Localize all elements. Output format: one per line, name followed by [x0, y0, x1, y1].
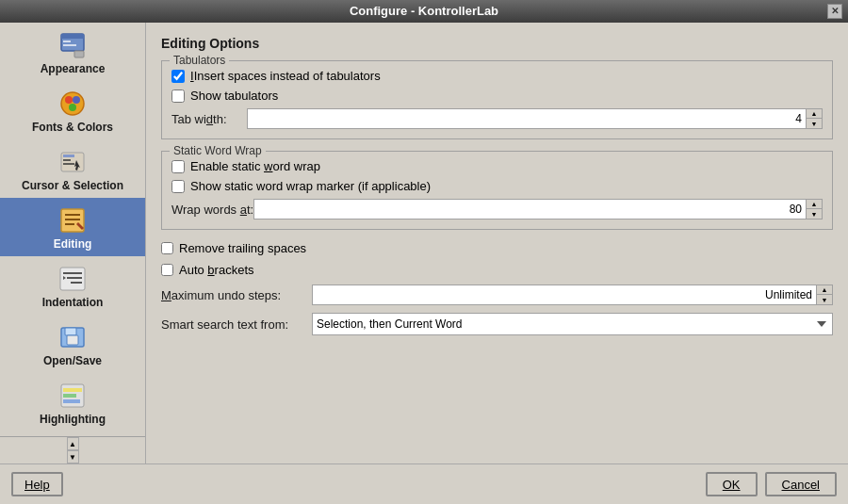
- sidebar-item-cursor-selection-label: Cursor & Selection: [22, 179, 123, 192]
- sidebar-item-editing-label: Editing: [54, 237, 92, 251]
- smart-search-label: Smart search text from:: [161, 317, 312, 332]
- sidebar-item-appearance[interactable]: Appearance: [0, 23, 145, 81]
- tab-width-input[interactable]: [248, 109, 806, 128]
- show-marker-checkbox[interactable]: [171, 180, 185, 193]
- auto-brackets-checkbox[interactable]: [161, 264, 173, 276]
- content-area: Editing Options Tabulators IInsert space…: [146, 23, 848, 463]
- wrap-words-up-button[interactable]: ▲: [807, 200, 822, 209]
- show-marker-label: Show static word wrap marker (if applica…: [190, 179, 431, 193]
- smart-search-row: Smart search text from: Selection, then …: [161, 313, 833, 335]
- tab-width-spinbox: ▲ ▼: [247, 108, 823, 129]
- static-word-wrap-title: Static Word Wrap: [170, 144, 266, 157]
- wrap-words-down-button[interactable]: ▼: [807, 209, 822, 219]
- wrap-words-input[interactable]: [254, 200, 806, 219]
- bottom-bar: Help OK Cancel: [0, 463, 848, 504]
- open-save-icon: [57, 322, 88, 352]
- max-undo-up-button[interactable]: ▲: [817, 285, 832, 295]
- sidebar-item-appearance-label: Appearance: [41, 62, 106, 75]
- max-undo-down-button[interactable]: ▼: [817, 295, 832, 304]
- sidebar-scroll[interactable]: Appearance Fonts & Colors: [0, 23, 145, 436]
- dialog-body: Appearance Fonts & Colors: [0, 23, 848, 463]
- sidebar-item-fonts-colors-label: Fonts & Colors: [32, 121, 113, 134]
- sidebar-item-fonts-colors[interactable]: Fonts & Colors: [0, 81, 145, 139]
- insert-spaces-checkbox[interactable]: [171, 70, 185, 83]
- svg-rect-29: [63, 394, 76, 398]
- titlebar: Configure - KontrollerLab ✕: [0, 0, 848, 23]
- sidebar-item-open-save-label: Open/Save: [43, 354, 102, 367]
- insert-spaces-row: IInsert spaces instead of tabulators: [171, 69, 823, 83]
- tab-width-label: Tab width:: [171, 112, 247, 126]
- wrap-words-row: Wrap words at: ▲ ▼: [171, 199, 823, 219]
- auto-brackets-row: Auto brackets: [161, 263, 833, 277]
- tabulators-group: Tabulators IInsert spaces instead of tab…: [161, 60, 833, 139]
- svg-rect-10: [63, 154, 74, 157]
- remove-trailing-row: Remove trailing spaces: [161, 241, 833, 255]
- tab-width-spinbox-buttons: ▲ ▼: [806, 109, 822, 128]
- sidebar-item-indentation[interactable]: Indentation: [0, 256, 145, 315]
- remove-trailing-label: Remove trailing spaces: [179, 241, 306, 255]
- appearance-icon: [57, 30, 88, 60]
- enable-word-wrap-checkbox[interactable]: [171, 160, 185, 173]
- max-undo-label: Maximum undo steps:: [161, 288, 312, 302]
- svg-rect-28: [63, 388, 82, 392]
- max-undo-row: Maximum undo steps: ▲ ▼: [161, 285, 833, 305]
- sidebar: Appearance Fonts & Colors: [0, 23, 146, 463]
- enable-word-wrap-label: Enable static word wrap: [190, 159, 320, 173]
- tab-width-down-button[interactable]: ▼: [807, 119, 822, 128]
- cursor-selection-icon: [57, 147, 88, 177]
- svg-rect-3: [63, 44, 76, 46]
- tab-width-up-button[interactable]: ▲: [807, 109, 822, 119]
- sidebar-scroll-up[interactable]: ▲: [67, 437, 79, 450]
- sidebar-item-cursor-selection[interactable]: Cursor & Selection: [0, 139, 145, 198]
- sidebar-item-indentation-label: Indentation: [42, 296, 104, 309]
- sidebar-item-highlighting[interactable]: Highlighting: [0, 373, 145, 431]
- dialog: Appearance Fonts & Colors: [0, 23, 848, 504]
- ok-button[interactable]: OK: [706, 472, 758, 496]
- show-tabulators-checkbox[interactable]: [171, 89, 185, 103]
- highlighting-icon: [57, 381, 88, 411]
- indentation-icon: [57, 264, 88, 294]
- editing-icon: [57, 205, 88, 236]
- help-button[interactable]: Help: [11, 472, 63, 496]
- show-tabulators-label: Show tabulators: [190, 89, 278, 103]
- svg-rect-30: [63, 399, 80, 403]
- svg-rect-25: [65, 328, 76, 335]
- max-undo-spinbox-buttons: ▲ ▼: [816, 285, 832, 304]
- sidebar-item-highlighting-label: Highlighting: [40, 413, 106, 426]
- svg-rect-2: [63, 41, 71, 42]
- max-undo-input[interactable]: [313, 285, 816, 304]
- wrap-words-label: Wrap words at:: [171, 203, 253, 217]
- svg-point-7: [73, 96, 80, 104]
- tab-width-row: Tab width: ▲ ▼: [171, 108, 823, 129]
- svg-rect-1: [61, 34, 84, 39]
- wrap-words-spinbox: ▲ ▼: [253, 199, 823, 219]
- close-button[interactable]: ✕: [827, 4, 842, 19]
- auto-brackets-label: Auto brackets: [179, 263, 254, 277]
- svg-rect-4: [74, 51, 84, 57]
- insert-spaces-label: IInsert spaces instead of tabulators: [190, 69, 381, 83]
- show-tabulators-row: Show tabulators: [171, 89, 823, 103]
- fonts-colors-icon: [57, 89, 88, 119]
- show-marker-row: Show static word wrap marker (if applica…: [171, 179, 823, 193]
- sidebar-item-open-save[interactable]: Open/Save: [0, 315, 145, 373]
- content-title: Editing Options: [161, 36, 833, 51]
- svg-point-6: [65, 96, 73, 104]
- svg-rect-26: [67, 335, 78, 345]
- cancel-button[interactable]: Cancel: [765, 472, 837, 496]
- sidebar-item-editing[interactable]: Editing: [0, 198, 145, 256]
- titlebar-title: Configure - KontrollerLab: [350, 4, 498, 18]
- max-undo-spinbox: ▲ ▼: [312, 285, 833, 305]
- tabulators-group-title: Tabulators: [170, 54, 229, 67]
- enable-word-wrap-row: Enable static word wrap: [171, 159, 823, 173]
- static-word-wrap-group: Static Word Wrap Enable static word wrap…: [161, 151, 833, 230]
- sidebar-scroll-down[interactable]: ▼: [67, 450, 79, 463]
- svg-point-8: [69, 104, 76, 111]
- smart-search-dropdown[interactable]: Selection, then Current Word Current Wor…: [312, 313, 833, 335]
- right-buttons: OK Cancel: [706, 472, 837, 496]
- wrap-words-spinbox-buttons: ▲ ▼: [806, 200, 822, 219]
- remove-trailing-checkbox[interactable]: [161, 242, 173, 254]
